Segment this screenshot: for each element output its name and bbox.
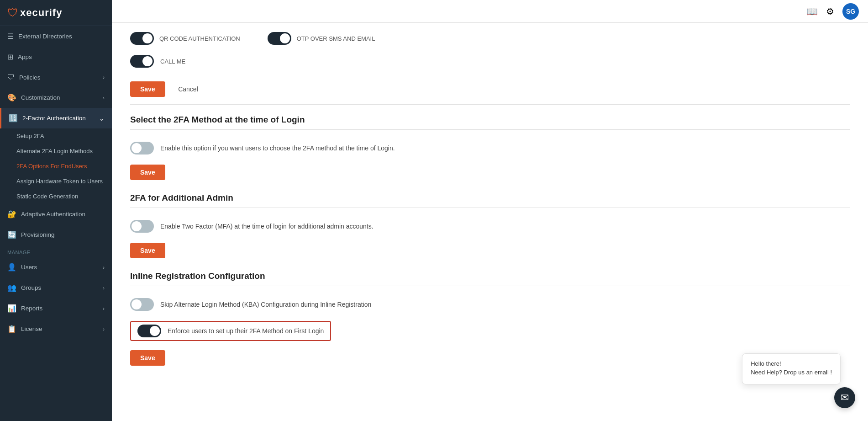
select-2fa-save-button[interactable]: Save [130, 165, 165, 180]
sidebar-sub-setup-2fa[interactable]: Setup 2FA [0, 128, 112, 144]
select-2fa-toggle-group: Enable this option if you want users to … [130, 142, 395, 155]
chevron-right-icon: › [103, 326, 105, 332]
top-save-button[interactable]: Save [130, 81, 165, 97]
top-section: QR CODE AUTHENTICATION OTP OVER SMS AND … [130, 23, 850, 105]
qr-code-toggle[interactable] [130, 32, 154, 45]
enforce-2fa-toggle-group: Enforce users to set up their 2FA Method… [130, 321, 850, 341]
additional-admin-title: 2FA for Additional Admin [130, 183, 850, 208]
select-2fa-save-group: Save [130, 160, 850, 183]
sidebar-item-provisioning[interactable]: 🔄 Provisioning [0, 224, 112, 245]
sidebar-sub-assign-hardware[interactable]: Assign Hardware Token to Users [0, 174, 112, 189]
sidebar-item-label: Customization [21, 94, 60, 101]
otp-sms-toggle-group: OTP OVER SMS AND EMAIL [268, 32, 375, 45]
sidebar-item-label: Users [21, 264, 37, 271]
2fa-icon: 🔢 [9, 114, 18, 123]
skip-alternate-toggle[interactable] [130, 298, 154, 311]
otp-sms-toggle[interactable] [268, 32, 291, 45]
skip-alternate-toggle-group: Skip Alternate Login Method (KBA) Config… [130, 298, 371, 311]
sidebar-item-adaptive-auth[interactable]: 🔐 Adaptive Authentication [0, 204, 112, 224]
sidebar-item-license[interactable]: 📋 License › [0, 319, 112, 339]
chevron-down-icon: ⌄ [99, 115, 105, 122]
sidebar-item-2fa[interactable]: 🔢 2-Factor Authentication ⌄ [0, 108, 112, 128]
sub-item-label: Static Code Generation [16, 193, 78, 200]
license-icon: 📋 [7, 325, 16, 333]
sub-item-label: Setup 2FA [16, 133, 44, 139]
brand-name: xecurify [20, 7, 62, 19]
sidebar-item-reports[interactable]: 📊 Reports › [0, 298, 112, 319]
additional-admin-save-group: Save [130, 238, 850, 261]
users-icon: 👤 [7, 263, 16, 272]
logo-icon: 🛡 [7, 6, 18, 19]
sidebar-item-label: Policies [19, 74, 41, 81]
sidebar-item-users[interactable]: 👤 Users › [0, 257, 112, 277]
sidebar-item-label: Groups [21, 284, 41, 291]
book-icon[interactable]: 📖 [806, 6, 818, 17]
select-2fa-toggle[interactable] [130, 142, 154, 155]
sidebar-item-label: 2-Factor Authentication [22, 115, 86, 122]
gear-icon[interactable]: ⚙ [826, 6, 834, 17]
sidebar-item-policies[interactable]: 🛡 Policies › [0, 67, 112, 87]
enforce-2fa-toggle[interactable] [137, 325, 161, 337]
additional-admin-save-button[interactable]: Save [130, 243, 165, 258]
sub-item-label: 2FA Options For EndUsers [16, 163, 87, 170]
chat-fab-icon: ✉ [841, 392, 849, 404]
skip-alternate-label: Skip Alternate Login Method (KBA) Config… [160, 301, 371, 308]
otp-sms-toggle-row: OTP OVER SMS AND EMAIL [268, 32, 375, 45]
logo: 🛡 xecurify [0, 0, 112, 26]
external-directories-icon: ☰ [7, 32, 14, 41]
select-2fa-title: Select the 2FA Method at the time of Log… [130, 105, 850, 129]
enforce-2fa-label: Enforce users to set up their 2FA Method… [168, 327, 324, 335]
sidebar-sub-alternate-2fa[interactable]: Alternate 2FA Login Methods [0, 144, 112, 159]
chevron-right-icon: › [103, 265, 105, 270]
call-me-toggle[interactable] [130, 55, 154, 68]
reports-icon: 📊 [7, 304, 16, 313]
sidebar-item-external-directories[interactable]: ☰ External Directories [0, 26, 112, 47]
chat-help-text: Need Help? Drop us an email ! [751, 369, 832, 376]
sidebar-item-apps[interactable]: ⊞ Apps [0, 47, 112, 67]
customization-icon: 🎨 [7, 93, 16, 102]
sidebar-item-label: License [21, 325, 42, 332]
policies-icon: 🛡 [7, 73, 15, 81]
section-divider [130, 129, 850, 130]
top-save-cancel-group: Save Cancel [130, 77, 850, 100]
inline-reg-save-button[interactable]: Save [130, 350, 165, 366]
chat-fab-button[interactable]: ✉ [834, 387, 855, 408]
additional-admin-toggle-group: Enable Two Factor (MFA) at the time of l… [130, 220, 374, 233]
groups-icon: 👥 [7, 283, 16, 292]
chevron-right-icon: › [103, 75, 105, 80]
sub-item-label: Alternate 2FA Login Methods [16, 148, 93, 155]
sidebar-sub-static-code[interactable]: Static Code Generation [0, 189, 112, 204]
otp-sms-label: OTP OVER SMS AND EMAIL [297, 35, 375, 42]
adaptive-auth-icon: 🔐 [7, 210, 16, 218]
topbar: 📖 ⚙ SG [112, 0, 868, 23]
chevron-right-icon: › [103, 285, 105, 291]
sidebar-sub-2fa-options[interactable]: 2FA Options For EndUsers [0, 159, 112, 174]
chat-bubble: Hello there! Need Help? Drop us an email… [742, 353, 841, 384]
section-divider-2 [130, 208, 850, 208]
select-2fa-toggle-label: Enable this option if you want users to … [160, 144, 395, 152]
qr-code-toggle-row: QR CODE AUTHENTICATION [130, 32, 240, 45]
inline-registration-title: Inline Registration Configuration [130, 261, 850, 286]
sidebar-item-label: External Directories [18, 33, 72, 40]
enforce-2fa-highlight: Enforce users to set up their 2FA Method… [130, 321, 331, 341]
sidebar-item-groups[interactable]: 👥 Groups › [0, 277, 112, 298]
avatar[interactable]: SG [842, 3, 859, 20]
provisioning-icon: 🔄 [7, 230, 16, 239]
inline-registration-section: Inline Registration Configuration Skip A… [130, 261, 850, 368]
section-divider-3 [130, 286, 850, 286]
topbar-icons: 📖 ⚙ SG [806, 3, 859, 20]
chevron-right-icon: › [103, 306, 105, 311]
manage-label: Manage [0, 245, 112, 257]
top-cancel-button[interactable]: Cancel [170, 81, 206, 97]
call-me-label: CALL ME [160, 58, 185, 65]
additional-admin-toggle-label: Enable Two Factor (MFA) at the time of l… [160, 223, 374, 230]
apps-icon: ⊞ [7, 53, 13, 61]
additional-admin-toggle[interactable] [130, 220, 154, 233]
sidebar: 🛡 xecurify ☰ External Directories ⊞ Apps… [0, 0, 112, 421]
sidebar-item-label: Apps [18, 53, 32, 60]
chevron-right-icon: › [103, 95, 105, 101]
sidebar-item-label: Reports [21, 305, 42, 312]
sidebar-item-customization[interactable]: 🎨 Customization › [0, 87, 112, 108]
call-me-toggle-group: CALL ME [130, 55, 185, 68]
top-toggles: QR CODE AUTHENTICATION OTP OVER SMS AND … [130, 27, 850, 49]
